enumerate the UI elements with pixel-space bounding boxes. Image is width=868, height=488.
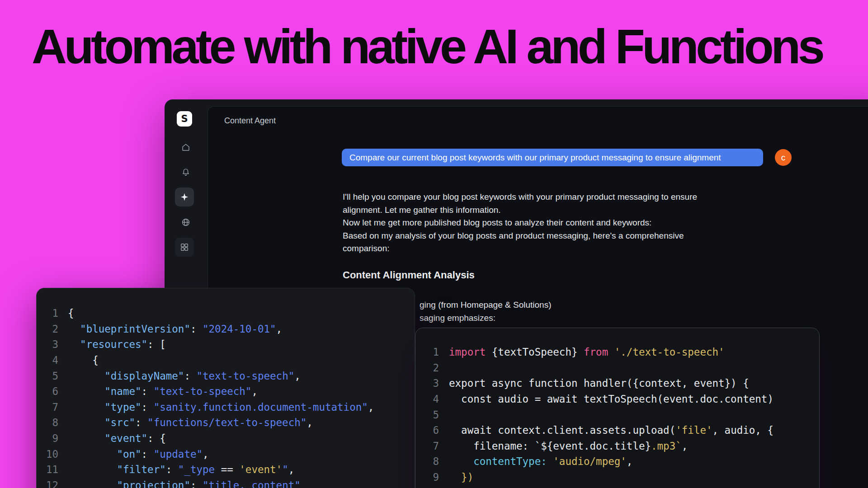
code-line: 11 "filter": "_type == 'event'", [44, 462, 415, 478]
code-line: 1import {textToSpeech} from './text-to-s… [425, 344, 819, 360]
globe-button[interactable] [180, 217, 191, 228]
text-line: Based on my analysis of your blog posts … [343, 230, 722, 255]
app-title: Content Agent [224, 116, 276, 126]
text-line: ging (from Homepage & Solutions) [420, 299, 551, 312]
line-number: 8 [44, 417, 58, 428]
code-line: 4 { [44, 352, 415, 368]
sanity-logo-button[interactable]: S [177, 111, 192, 127]
assistant-partial-text: ging (from Homepage & Solutions)saging e… [420, 299, 551, 324]
notifications-button[interactable] [180, 167, 191, 178]
line-number: 1 [44, 307, 58, 319]
line-number: 6 [44, 385, 58, 397]
section-heading: Content Alignment Analysis [343, 269, 475, 281]
ai-assist-button[interactable] [175, 188, 194, 206]
home-button[interactable] [180, 142, 191, 153]
code-line: 3 "resources": [ [44, 337, 415, 352]
line-number: 3 [425, 377, 439, 389]
globe-icon [181, 217, 191, 227]
code-line: 5 [425, 407, 819, 422]
line-number: 10 [44, 448, 58, 460]
line-number: 4 [44, 354, 58, 366]
text-line: I'll help you compare your blog post key… [343, 191, 722, 216]
code-line: 3export async function handler({context,… [425, 375, 819, 391]
plugin-button[interactable] [175, 238, 194, 257]
code-line: 9 }) [425, 469, 819, 485]
bell-icon [181, 167, 191, 177]
line-number: 2 [44, 323, 58, 335]
line-number: 11 [44, 464, 58, 475]
line-number: 5 [425, 409, 439, 421]
code-line: 2 "blueprintVersion": "2024-10-01", [44, 321, 415, 337]
user-avatar: c [775, 149, 792, 166]
code-line: 5 "displayName": "text-to-speech", [44, 368, 415, 384]
text-line: saging emphasizes: [420, 312, 551, 325]
code-line: 6 await context.client.assets.upload('fi… [425, 422, 819, 438]
line-number: 9 [44, 432, 58, 444]
line-number: 1 [425, 346, 439, 358]
line-number: 6 [425, 424, 439, 436]
line-number: 7 [425, 440, 439, 452]
assistant-message: I'll help you compare your blog post key… [343, 191, 722, 255]
user-message-row: Compare our current blog post keywords w… [342, 149, 763, 166]
line-number: 7 [44, 401, 58, 413]
json-editor-window: 1{2 "blueprintVersion": "2024-10-01",3 "… [36, 288, 415, 488]
line-number: 2 [425, 362, 439, 374]
line-number: 12 [44, 479, 58, 488]
code-line: 7 filename: `${event.doc.title}.mp3`, [425, 438, 819, 454]
code-line: 8 "src": "functions/text-to-speech", [44, 415, 415, 431]
code-line: 10 "on": "update", [44, 446, 415, 462]
user-message-bubble: Compare our current blog post keywords w… [342, 149, 763, 166]
sanity-logo-icon: S [181, 113, 188, 124]
plugin-icon [179, 242, 189, 252]
code-line: 7 "type": "sanity.function.document-muta… [44, 399, 415, 415]
code-line: 2 [425, 360, 819, 376]
home-icon [181, 142, 191, 152]
code-line: 6 "name": "text-to-speech", [44, 384, 415, 399]
line-number: 4 [425, 393, 439, 405]
code-line: 12 "projection": "title, content" [44, 478, 415, 488]
code-line: 1{ [44, 305, 415, 321]
line-number: 8 [425, 455, 439, 467]
line-number: 5 [44, 370, 58, 382]
code-line: 8 contentType: 'audio/mpeg', [425, 454, 819, 469]
js-editor-window: 1import {textToSpeech} from './text-to-s… [415, 328, 820, 488]
text-line: Now let me get more published blog posts… [343, 216, 722, 230]
code-line: 4 const audio = await textToSpeech(event… [425, 391, 819, 407]
line-number: 9 [425, 471, 439, 483]
code-line: 9 "event": { [44, 431, 415, 446]
sparkle-icon [179, 192, 189, 202]
page-title: Automate with native AI and Functions [32, 20, 822, 74]
line-number: 3 [44, 338, 58, 350]
